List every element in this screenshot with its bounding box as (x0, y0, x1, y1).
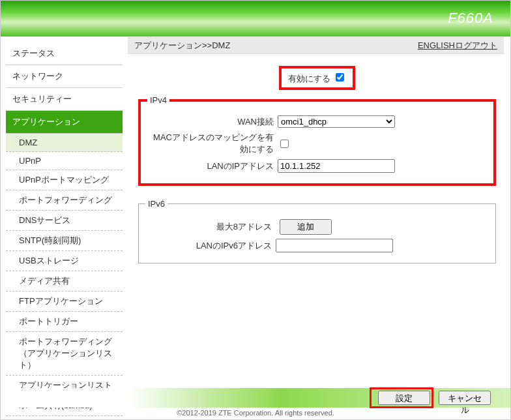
sidebar-subitem-ポートフォワーディング（アプリケーションリスト）[interactable]: ポートフォワーディング（アプリケーションリスト） (6, 332, 123, 376)
breadcrumb-row: アプリケーション>>DMZ ENGLISHログアウト (128, 37, 504, 54)
sidebar-subitem-USBストレージ[interactable]: USBストレージ (6, 251, 123, 271)
sidebar-item-アプリケーション[interactable]: アプリケーション (6, 111, 123, 134)
ipv6-fieldset: IPv6 最大8アドレス 追加 LANのIPv6アドレス (138, 199, 496, 263)
ipv6-add-button[interactable]: 追加 (280, 219, 332, 235)
enable-label: 有効にする (288, 74, 330, 83)
lan-ip-input[interactable] (278, 159, 395, 173)
breadcrumb: アプリケーション>>DMZ (134, 40, 230, 52)
cancel-button[interactable]: キャンセル (439, 391, 491, 405)
ipv6-lan-input[interactable] (276, 239, 393, 252)
sidebar-item-セキュリティー[interactable]: セキュリティー (6, 88, 123, 111)
mac-checkbox[interactable] (280, 140, 289, 148)
sidebar-subitem-UPnPポートマッピング[interactable]: UPnPポートマッピング (6, 170, 123, 190)
mac-label: MACアドレスのマッピングを有効にする (147, 132, 278, 155)
model-name: F660A (448, 1, 510, 27)
wan-label: WAN接続 (147, 116, 278, 128)
sidebar-item-ステータス[interactable]: ステータス (6, 42, 123, 65)
ipv4-fieldset: IPv4 WAN接続 omci1_dhcp MACアドレスのマッピングを有効にす… (138, 95, 496, 186)
lan-ip-label: LANのIPアドレス (147, 160, 278, 172)
logout-link[interactable]: ログアウト (455, 40, 497, 50)
submit-button[interactable]: 設定 (378, 391, 430, 405)
sidebar-subitem-メディア共有[interactable]: メディア共有 (6, 271, 123, 292)
sidebar-subitem-ポートフォワーディング[interactable]: ポートフォワーディング (6, 190, 123, 211)
sidebar-subitem-SNTP(時刻同期)[interactable]: SNTP(時刻同期) (6, 231, 123, 251)
header-bar: F660A (1, 1, 510, 37)
english-link[interactable]: ENGLISH (418, 40, 455, 50)
sidebar-subitem-DNSサービス[interactable]: DNSサービス (6, 211, 123, 231)
sidebar-subitem-UPnP[interactable]: UPnP (6, 152, 123, 170)
ipv6-legend: IPv6 (145, 199, 168, 209)
sidebar-subitem-ポートトリガー[interactable]: ポートトリガー (6, 312, 123, 332)
ipv4-legend: IPv4 (147, 95, 169, 105)
sidebar: ステータスネットワークセキュリティーアプリケーションDMZUPnPUPnPポート… (1, 37, 128, 387)
top-links: ENGLISHログアウト (418, 40, 497, 52)
wan-select[interactable]: omci1_dhcp (278, 115, 395, 128)
ipv6-lan-label: LANのIPv6アドレス (145, 240, 276, 252)
main-panel: アプリケーション>>DMZ ENGLISHログアウト 有効にする IPv4 WA… (128, 37, 510, 387)
sidebar-subitem-DMZ[interactable]: DMZ (6, 134, 123, 152)
button-bar: 設定 キャンセル (1, 388, 510, 408)
sidebar-item-ネットワーク[interactable]: ネットワーク (6, 65, 123, 88)
submit-highlight: 設定 (370, 387, 433, 408)
ipv6-max-label: 最大8アドレス (145, 221, 276, 233)
enable-checkbox[interactable] (336, 73, 344, 82)
sidebar-subitem-FTPアプリケーション[interactable]: FTPアプリケーション (6, 292, 123, 312)
copyright: ©2012-2019 ZTE Corporation. All rights r… (1, 408, 510, 419)
enable-highlight: 有効にする (279, 66, 355, 90)
